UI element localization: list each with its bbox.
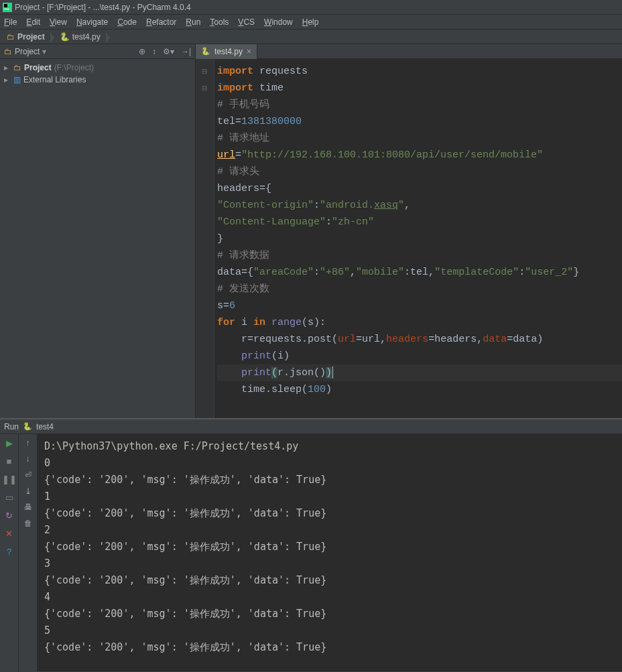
code-line[interactable]: # 请求数据: [217, 247, 622, 264]
print-icon[interactable]: 🖶: [24, 502, 32, 512]
code-line[interactable]: # 请求地址: [217, 130, 622, 147]
clear-icon[interactable]: 🗑: [24, 519, 32, 528]
main-split: 🗀 Project ▾ ⊕ ↕ ⚙▾ →| ▸ 🗀 Project (F:\Pr…: [0, 44, 622, 418]
gutter: ⊟⊟: [196, 59, 214, 418]
run-toolbar-secondary: ↑ ↓ ⏎ ⤓ 🖶 🗑: [19, 434, 38, 671]
gear-icon[interactable]: ⚙▾: [163, 47, 174, 56]
editor-area: 🐍 test4.py × ⊟⊟ import requestsimport ti…: [196, 44, 622, 418]
code-line[interactable]: # 手机号码: [217, 96, 622, 113]
autoscroll-icon[interactable]: ↕: [152, 47, 156, 56]
folder-icon: 🗀: [4, 47, 12, 56]
expand-arrow-icon[interactable]: ▸: [4, 75, 11, 84]
run-icon[interactable]: ▶: [6, 438, 13, 448]
breadcrumb-bar: 🗀 Project 🐍 test4.py: [0, 29, 622, 44]
tree-external-libraries[interactable]: ▸ ▥ External Libraries: [1, 74, 194, 86]
project-tree: ▸ 🗀 Project (F:\Project) ▸ ▥ External Li…: [0, 59, 195, 88]
close-icon[interactable]: ✕: [5, 529, 13, 539]
code-line[interactable]: }: [217, 230, 622, 247]
menubar: FileEditViewNavigateCodeRefactorRunTools…: [0, 15, 622, 29]
editor-tab-active[interactable]: 🐍 test4.py ×: [196, 44, 257, 59]
hide-icon[interactable]: →|: [181, 47, 191, 56]
folder-icon: 🗀: [7, 32, 15, 42]
code-line[interactable]: "Content-Language":"zh-cn": [217, 214, 622, 230]
down-icon[interactable]: ↓: [26, 454, 30, 464]
titlebar: Project - [F:\Project] - ...\test4.py - …: [0, 0, 622, 15]
code-line[interactable]: data={"areaCode":"+86","mobile":tel,"tem…: [217, 264, 622, 281]
menu-code[interactable]: Code: [117, 17, 137, 27]
tree-label: Project: [24, 63, 52, 72]
pause-icon[interactable]: ❚❚: [2, 474, 17, 484]
tree-path: (F:\Project): [54, 63, 94, 72]
project-sidebar: 🗀 Project ▾ ⊕ ↕ ⚙▾ →| ▸ 🗀 Project (F:\Pr…: [0, 44, 196, 418]
breadcrumb-label: test4.py: [72, 32, 101, 42]
code-line[interactable]: tel=1381380000: [217, 113, 622, 130]
tab-label: test4.py: [214, 47, 243, 56]
code-line[interactable]: r=requests.post(url=url,headers=headers,…: [217, 331, 622, 348]
dropdown-icon[interactable]: ▾: [42, 47, 46, 56]
code-line[interactable]: "Content-origin":"android.xasq",: [217, 197, 622, 214]
breadcrumb-project[interactable]: 🗀 Project: [4, 31, 50, 43]
run-toolbar-primary: ▶ ■ ❚❚ ▭ ↻ ✕ ?: [0, 434, 19, 671]
code-line[interactable]: import requests: [217, 63, 622, 80]
pycharm-icon: [3, 3, 12, 12]
folder-icon: 🗀: [13, 63, 21, 72]
layout-icon[interactable]: ▭: [5, 492, 13, 502]
close-tab-icon[interactable]: ×: [247, 47, 251, 56]
run-tool-window: Run 🐍 test4 ▶ ■ ❚❚ ▭ ↻ ✕ ? ↑ ↓ ⏎ ⤓ 🖶 🗑 D…: [0, 418, 622, 671]
code-line[interactable]: print(r.json()): [217, 364, 622, 381]
code-line[interactable]: s=6: [217, 297, 622, 314]
code-line[interactable]: url="http://192.168.100.101:8080/api/use…: [217, 147, 622, 163]
console-output[interactable]: D:\Python37\python.exe F:/Project/test4.…: [38, 434, 622, 671]
code-content[interactable]: import requestsimport time# 手机号码tel=1381…: [214, 59, 622, 418]
library-icon: ▥: [13, 75, 21, 84]
code-line[interactable]: # 请求头: [217, 163, 622, 180]
code-line[interactable]: headers={: [217, 180, 622, 197]
menu-file[interactable]: File: [4, 17, 17, 27]
code-line[interactable]: # 发送次数: [217, 281, 622, 297]
svg-rect-2: [4, 9, 9, 9]
window-title: Project - [F:\Project] - ...\test4.py - …: [15, 3, 191, 12]
rerun-icon[interactable]: ↻: [5, 511, 13, 521]
target-icon[interactable]: ⊕: [139, 47, 145, 56]
help-icon[interactable]: ?: [7, 547, 11, 557]
tree-project-root[interactable]: ▸ 🗀 Project (F:\Project): [1, 62, 194, 74]
soft-wrap-icon[interactable]: ⏎: [25, 470, 32, 480]
menu-edit[interactable]: Edit: [26, 17, 40, 27]
menu-run[interactable]: Run: [186, 17, 200, 27]
run-label: Run: [4, 422, 19, 431]
up-icon[interactable]: ↑: [26, 438, 30, 448]
code-line[interactable]: print(i): [217, 348, 622, 364]
svg-rect-1: [4, 4, 7, 7]
run-target: test4: [36, 422, 54, 431]
code-line[interactable]: import time: [217, 80, 622, 96]
menu-view[interactable]: View: [50, 17, 67, 27]
code-line[interactable]: for i in range(s):: [217, 314, 622, 331]
breadcrumb-label: Project: [17, 32, 45, 42]
sidebar-header: 🗀 Project ▾ ⊕ ↕ ⚙▾ →|: [0, 44, 195, 59]
menu-window[interactable]: Window: [264, 17, 293, 27]
menu-vcs[interactable]: VCS: [238, 17, 255, 27]
stop-icon[interactable]: ■: [7, 456, 12, 466]
menu-tools[interactable]: Tools: [210, 17, 229, 27]
python-file-icon: 🐍: [60, 32, 70, 42]
expand-arrow-icon[interactable]: ▸: [4, 63, 11, 72]
tree-label: External Libraries: [23, 75, 86, 84]
menu-navigate[interactable]: Navigate: [76, 17, 108, 27]
scroll-to-end-icon[interactable]: ⤓: [25, 486, 32, 496]
editor-tabs: 🐍 test4.py ×: [196, 44, 622, 59]
python-file-icon: 🐍: [23, 422, 32, 431]
breadcrumb-file[interactable]: 🐍 test4.py: [57, 31, 106, 43]
menu-help[interactable]: Help: [302, 17, 319, 27]
run-header: Run 🐍 test4: [0, 419, 622, 434]
menu-refactor[interactable]: Refactor: [146, 17, 176, 27]
sidebar-tab-label: Project: [15, 47, 40, 56]
python-file-icon: 🐍: [201, 47, 210, 56]
code-editor[interactable]: ⊟⊟ import requestsimport time# 手机号码tel=1…: [196, 59, 622, 418]
run-body: ▶ ■ ❚❚ ▭ ↻ ✕ ? ↑ ↓ ⏎ ⤓ 🖶 🗑 D:\Python37\p…: [0, 434, 622, 671]
code-line[interactable]: time.sleep(100): [217, 381, 622, 398]
